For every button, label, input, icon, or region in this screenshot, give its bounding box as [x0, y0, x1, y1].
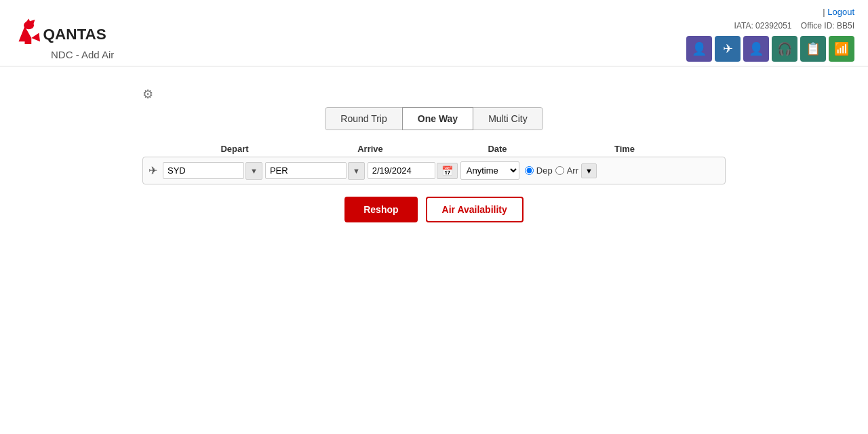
- dep-arr-dropdown-btn[interactable]: ▼: [581, 163, 597, 178]
- settings-gear-icon[interactable]: ⚙: [142, 87, 153, 102]
- round-trip-button[interactable]: Round Trip: [325, 107, 402, 130]
- flight-row-plane-icon: ✈: [149, 164, 157, 177]
- time-field-group: Anytime Morning Afternoon Evening: [460, 161, 519, 180]
- pipe-separator: |: [823, 7, 825, 17]
- document-icon-btn[interactable]: 📋: [800, 36, 826, 62]
- time-select[interactable]: Anytime Morning Afternoon Evening: [460, 161, 519, 180]
- one-way-button[interactable]: One Way: [402, 107, 473, 130]
- top-links: | Logout: [823, 7, 854, 17]
- trip-type-bar: Round Trip One Way Multi City: [325, 107, 542, 130]
- depart-dropdown-btn[interactable]: ▼: [245, 162, 262, 180]
- ndc-title: NDC - Add Air: [51, 49, 114, 66]
- flight-form: Depart Arrive Date Time ✈ ▼ ▼ 📅: [142, 144, 726, 184]
- air-availability-button[interactable]: Air Availability: [426, 197, 524, 222]
- svg-marker-3: [31, 33, 40, 42]
- depart-field-group: ▼: [163, 162, 262, 180]
- flight-row: ✈ ▼ ▼ 📅 Anytime Morning Afte: [142, 157, 726, 184]
- dep-radio[interactable]: [525, 166, 534, 175]
- headset-icon-btn[interactable]: 🎧: [772, 36, 797, 62]
- arrive-header: Arrive: [302, 144, 438, 154]
- arr-label[interactable]: Arr: [567, 165, 578, 176]
- date-header: Date: [438, 144, 557, 154]
- arrive-input[interactable]: [265, 162, 347, 179]
- logout-link[interactable]: Logout: [827, 7, 854, 17]
- top-right: | Logout IATA: 02392051 Office ID: BB5I …: [686, 7, 854, 66]
- svg-text:QANTAS: QANTAS: [43, 26, 106, 43]
- settings-row: ⚙: [142, 87, 726, 102]
- arr-radio[interactable]: [555, 166, 564, 175]
- extra-header: [692, 144, 726, 154]
- arrive-field-group: ▼: [265, 162, 365, 180]
- main-content: ⚙ Round Trip One Way Multi City Depart A…: [0, 66, 868, 243]
- reshop-button[interactable]: Reshop: [344, 197, 417, 222]
- depart-input[interactable]: [163, 162, 244, 179]
- signal-icon-btn[interactable]: 📶: [829, 36, 854, 62]
- action-row: Reshop Air Availability: [344, 197, 524, 222]
- form-headers: Depart Arrive Date Time: [142, 144, 726, 154]
- date-field-group: 📅: [368, 162, 458, 179]
- person2-icon-btn[interactable]: 👤: [743, 36, 769, 62]
- plane-icon-btn[interactable]: ✈: [715, 36, 741, 62]
- dep-arr-radio-group: Dep Arr ▼: [525, 163, 597, 178]
- logo-area: QANTAS NDC - Add Air: [14, 14, 136, 66]
- header: QANTAS NDC - Add Air | Logout IATA: 0239…: [0, 0, 868, 66]
- qantas-logo: QANTAS: [14, 14, 136, 52]
- iata-info: IATA: 02392051: [734, 21, 792, 31]
- meta-info: IATA: 02392051 Office ID: BB5I: [734, 21, 854, 31]
- date-input[interactable]: [368, 162, 435, 179]
- office-info: Office ID: BB5I: [801, 21, 854, 31]
- icon-toolbar: 👤 ✈ 👤 🎧 📋 📶: [686, 36, 854, 62]
- multi-city-button[interactable]: Multi City: [473, 107, 543, 130]
- dep-label[interactable]: Dep: [536, 165, 553, 176]
- person-icon-btn[interactable]: 👤: [686, 36, 712, 62]
- calendar-btn[interactable]: 📅: [437, 163, 458, 179]
- arrive-dropdown-btn[interactable]: ▼: [348, 162, 365, 180]
- time-header: Time: [557, 144, 692, 154]
- depart-header: Depart: [167, 144, 302, 154]
